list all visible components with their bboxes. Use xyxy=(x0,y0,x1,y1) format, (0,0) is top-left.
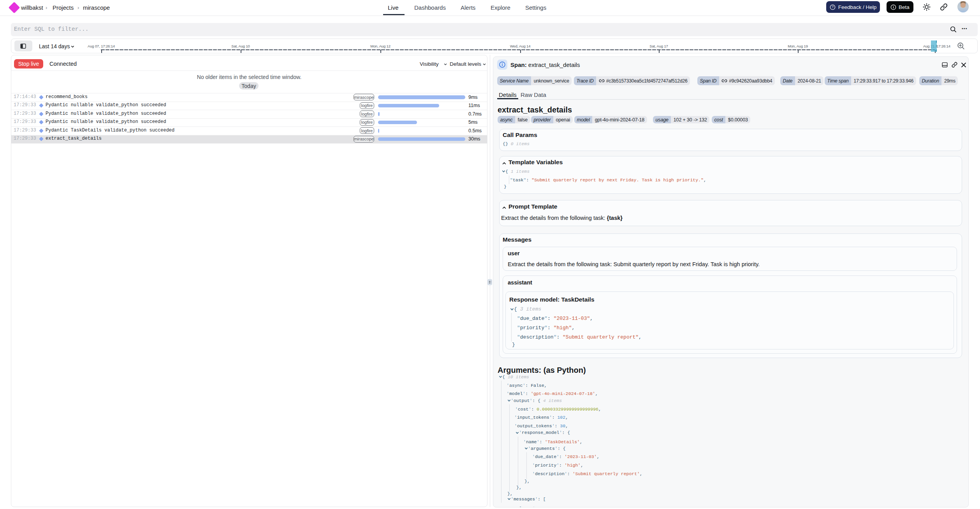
svg-text:?: ? xyxy=(832,5,834,9)
